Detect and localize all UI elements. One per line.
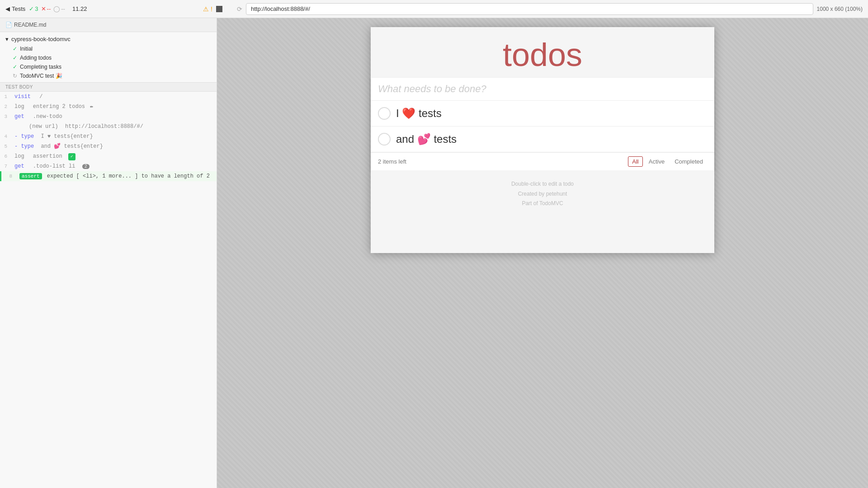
test-label: Initial — [20, 46, 33, 52]
line-number: 5 — [0, 142, 11, 150]
pass-icon: ✓ — [13, 46, 17, 52]
test-item-adding-todos[interactable]: ✓ Adding todos — [0, 53, 217, 62]
url-input[interactable] — [246, 3, 813, 15]
pass-stat: ✓ 3 — [29, 5, 38, 12]
pending-count: -- — [61, 5, 65, 12]
cmd-visit: visit — [14, 94, 31, 100]
line-content: - type I ♥ tests{enter} — [11, 132, 217, 141]
code-line-8[interactable]: 8 assert expected [ <li>, 1 more... ] to… — [0, 171, 217, 181]
tests-back-link[interactable]: ◀ Tests — [5, 5, 25, 12]
main-content: 📄 README.md ▾ cypress-book-todomvc ✓ Ini… — [0, 18, 868, 488]
cmd-args: and 💕 tests{enter} — [41, 143, 103, 150]
line-content: (new url) http://localhost:8888/#/ — [25, 122, 217, 131]
code-line-4[interactable]: 4 - type I ♥ tests{enter} — [0, 131, 217, 141]
suite-label: cypress-book-todomvc — [11, 36, 71, 42]
cmd-log: log — [14, 103, 24, 110]
test-item-completing-tasks[interactable]: ✓ Completing tasks — [0, 62, 217, 71]
assert-badge: assert — [19, 173, 42, 179]
cmd-get: get — [14, 163, 24, 169]
todo-title: todos — [371, 27, 714, 78]
pencil-icon: ✏️ — [90, 103, 93, 110]
url-value: http://localhost:8888/#/ — [65, 123, 143, 130]
line-number: 7 — [0, 162, 11, 170]
line-number — [14, 122, 25, 123]
test-item-todomvc[interactable]: ↻ TodoMVC test 🎉 — [0, 71, 217, 80]
cmd-args: I ♥ tests{enter} — [41, 133, 93, 140]
line-number: 1 — [0, 93, 11, 101]
cmd-args: .new-todo — [33, 113, 62, 120]
cmd-args: / — [39, 94, 42, 100]
check-badge: ✓ — [68, 153, 75, 160]
code-line-2[interactable]: 2 log entering 2 todos ✏️ — [0, 102, 217, 112]
suite-cypress-book-todomvc[interactable]: ▾ cypress-book-todomvc — [0, 34, 217, 44]
test-label: Completing tasks — [20, 64, 61, 70]
readme-label: README.md — [14, 22, 46, 28]
line-content: visit / — [11, 93, 217, 101]
test-body-section: TEST BODY 1 visit / 2 log entering 2 tod… — [0, 83, 217, 488]
todo-input[interactable] — [378, 83, 707, 95]
pending-stat: ◯ -- — [53, 5, 65, 12]
line-number: 6 — [0, 152, 11, 160]
test-label: Adding todos — [20, 55, 52, 61]
test-item-initial[interactable]: ✓ Initial — [0, 44, 217, 53]
warning-icon: ⚠ ! — [203, 5, 212, 13]
cmd-type: - type — [14, 143, 34, 150]
log-space: entering 2 todos — [33, 103, 85, 110]
pass-icon: ✓ — [13, 55, 17, 61]
fail-count: -- — [47, 5, 51, 12]
stop-button[interactable] — [216, 6, 222, 12]
line-content: log assertion ✓ — [11, 152, 217, 160]
todo-app-footer: Double-click to edit a todo Created by p… — [371, 170, 714, 218]
code-line-7[interactable]: 7 get .todo-list li 2 — [0, 161, 217, 171]
spin-icon: ↻ — [13, 73, 17, 79]
todo-checkbox-1[interactable] — [378, 107, 391, 120]
line-number: 3 — [0, 113, 11, 121]
filter-completed[interactable]: Completed — [670, 156, 707, 167]
check-icon: ✓ — [29, 5, 34, 12]
pending-icon: ◯ — [53, 5, 60, 12]
code-line-5[interactable]: 5 - type and 💕 tests{enter} — [0, 141, 217, 151]
fail-stat: ✕ -- — [41, 5, 51, 12]
file-icon: 📄 — [5, 22, 12, 28]
filter-active[interactable]: Active — [645, 156, 669, 167]
line-content: get .todo-list li 2 — [11, 162, 217, 170]
code-line-1[interactable]: 1 visit / — [0, 92, 217, 102]
todo-count: 2 items left — [378, 158, 628, 165]
todo-main: I ❤️ tests and 💕 tests 2 items left All … — [371, 78, 714, 170]
chevron-left-icon: ◀ — [5, 5, 10, 12]
line-content: assert expected [ <li>, 1 more... ] to h… — [16, 172, 217, 180]
left-panel: 📄 README.md ▾ cypress-book-todomvc ✓ Ini… — [0, 18, 217, 488]
todo-footer: 2 items left All Active Completed — [371, 152, 714, 170]
cmd-get: get — [14, 113, 24, 120]
assertion-label: assertion — [33, 153, 62, 160]
filter-all[interactable]: All — [628, 156, 642, 167]
line-number: 4 — [0, 132, 11, 141]
footer-line-2: Created by petehunt — [380, 189, 705, 199]
top-bar: ◀ Tests ✓ 3 ✕ -- ◯ -- 11.22 ⚠ ! ⟳ — [0, 0, 868, 18]
test-body-header: TEST BODY — [0, 83, 217, 92]
count-badge: 2 — [82, 164, 90, 169]
code-line-3[interactable]: 3 get .new-todo — [0, 112, 217, 122]
timer-display: 11.22 — [72, 5, 87, 12]
cmd-args: .todo-list li — [33, 163, 75, 169]
code-line-3b: (new url) http://localhost:8888/#/ — [0, 122, 217, 131]
readme-header: 📄 README.md — [0, 18, 217, 32]
test-label: TodoMVC test 🎉 — [20, 73, 62, 79]
line-content: get .new-todo — [11, 113, 217, 121]
reload-icon[interactable]: ⟳ — [237, 5, 242, 13]
pass-count: 3 — [35, 5, 38, 12]
todo-checkbox-2[interactable] — [378, 133, 391, 145]
x-icon: ✕ — [41, 5, 46, 12]
code-line-6[interactable]: 6 log assertion ✓ — [0, 151, 217, 161]
todo-text-2: and 💕 tests — [396, 133, 457, 145]
test-stats: ✓ 3 ✕ -- ◯ -- — [29, 5, 65, 12]
resolution-badge: 1000 x 660 (100%) — [817, 6, 863, 12]
line-content: - type and 💕 tests{enter} — [11, 142, 217, 150]
toolbar-icons: ⚠ ! — [203, 5, 222, 13]
todo-item-2: and 💕 tests — [371, 127, 714, 152]
cmd-log: log — [14, 153, 24, 160]
todo-text-1: I ❤️ tests — [396, 107, 442, 120]
line-number: 8 — [5, 172, 16, 180]
right-panel: todos I ❤️ tests and 💕 tests — [217, 18, 868, 488]
todomvc-app: todos I ❤️ tests and 💕 tests — [371, 27, 714, 253]
